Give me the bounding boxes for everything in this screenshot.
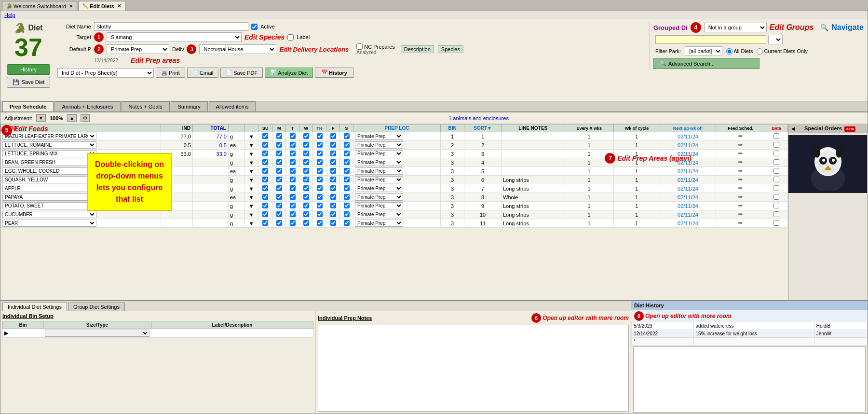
feed-sched-edit-icon[interactable]: ✏ [738, 159, 743, 165]
diet-type-select[interactable]: Ind Diet - Prep Sheet(s) [57, 68, 154, 78]
save-diet-button[interactable]: 💾 HistorySave Diet [7, 77, 50, 88]
history-button[interactable]: 📅 History [315, 68, 353, 78]
day-checkbox-su[interactable] [262, 177, 268, 182]
bin-size-select[interactable] [45, 330, 149, 337]
day-checkbox-m[interactable] [276, 177, 282, 182]
tab-welcome-switchboard[interactable]: 🐊 Welcome Switchboard ✕ [2, 1, 77, 11]
prep-loc-select[interactable]: Primate Prep [355, 220, 403, 227]
diet-name-input[interactable] [94, 22, 248, 31]
day-checkbox-f[interactable] [330, 211, 336, 217]
dropdown-icon-cell[interactable]: ▼ [244, 158, 258, 167]
beta-checkbox[interactable] [773, 133, 779, 139]
day-checkbox-f[interactable] [330, 194, 336, 200]
beta-checkbox[interactable] [773, 177, 779, 182]
day-checkbox-s[interactable] [344, 211, 350, 217]
day-checkbox-f[interactable] [330, 142, 336, 148]
prep-loc-select[interactable]: Primate Prep [355, 193, 403, 201]
day-checkbox-th[interactable] [317, 220, 323, 226]
day-checkbox-f[interactable] [330, 203, 336, 208]
day-checkbox-m[interactable] [276, 185, 282, 191]
dropdown-icon-cell[interactable]: ▼ [244, 202, 258, 210]
day-checkbox-th[interactable] [317, 151, 323, 156]
feed-sched-edit-icon[interactable]: ✏ [738, 168, 743, 174]
dropdown-icon-cell[interactable]: ▼ [244, 176, 258, 184]
day-checkbox-t[interactable] [290, 194, 296, 200]
filter-park-select[interactable]: [all parks] [685, 46, 722, 56]
current-diets-radio[interactable] [757, 48, 763, 55]
dropdown-icon-cell[interactable]: ▼ [244, 132, 258, 141]
day-checkbox-th[interactable] [317, 168, 323, 174]
day-checkbox-s[interactable] [344, 185, 350, 191]
prep-loc-select[interactable]: Primate Prep [355, 202, 403, 209]
food-select[interactable]: CUCUMBER [2, 211, 96, 218]
day-checkbox-m[interactable] [276, 159, 282, 165]
tab-edit-diets[interactable]: ✏️ Edit Diets ✕ [78, 1, 125, 11]
day-checkbox-th[interactable] [317, 142, 323, 148]
prep-loc-select[interactable]: Primate Prep [355, 159, 403, 166]
target-species-select[interactable]: Siamang [107, 32, 242, 42]
day-checkbox-w[interactable] [303, 142, 309, 148]
food-select[interactable]: BEAN, GREEN FRESH [2, 159, 96, 166]
adj-up-btn[interactable]: ▲ [67, 114, 77, 122]
day-checkbox-s[interactable] [344, 168, 350, 174]
day-checkbox-m[interactable] [276, 133, 282, 139]
tab-group-settings[interactable]: Group Diet Settings [68, 303, 125, 311]
day-checkbox-su[interactable] [262, 211, 268, 217]
day-checkbox-f[interactable] [330, 220, 336, 226]
dropdown-icon-cell[interactable]: ▼ [244, 210, 258, 219]
prep-loc-select[interactable]: Primate Prep [355, 167, 403, 175]
day-checkbox-s[interactable] [344, 220, 350, 226]
feed-sched-edit-icon[interactable]: ✏ [738, 185, 743, 191]
help-link[interactable]: Help [4, 12, 15, 18]
day-checkbox-w[interactable] [303, 159, 309, 165]
day-checkbox-w[interactable] [303, 185, 309, 191]
day-checkbox-t[interactable] [290, 177, 296, 182]
dropdown-icon-cell[interactable]: ▼ [244, 184, 258, 193]
beta-checkbox[interactable] [773, 159, 779, 165]
tab-prep-schedule[interactable]: Prep Schedule [2, 101, 54, 111]
prep-loc-select[interactable]: Primate Prep [355, 211, 403, 218]
label-checkbox[interactable] [287, 34, 294, 41]
day-checkbox-su[interactable] [262, 203, 268, 208]
day-checkbox-w[interactable] [303, 203, 309, 208]
analyze-diet-button[interactable]: 📊 Analyze Diet [265, 68, 313, 78]
day-checkbox-w[interactable] [303, 220, 309, 226]
feed-sched-edit-icon[interactable]: ✏ [738, 211, 743, 217]
day-checkbox-w[interactable] [303, 194, 309, 200]
beta-checkbox[interactable] [773, 211, 779, 217]
day-checkbox-m[interactable] [276, 194, 282, 200]
default-prep-select[interactable]: Primate Prep [107, 44, 169, 54]
food-select[interactable]: LETTUCE, ROMAINE [2, 141, 96, 149]
food-select[interactable]: POTATO, SWEET [2, 202, 96, 209]
day-checkbox-t[interactable] [290, 168, 296, 174]
tab-allowed-items[interactable]: Allowed items [209, 101, 256, 111]
current-diets-radio-label[interactable]: Current Diets Only [757, 48, 807, 55]
day-checkbox-f[interactable] [330, 168, 336, 174]
day-checkbox-su[interactable] [262, 151, 268, 156]
beta-checkbox[interactable] [773, 220, 779, 226]
tab-welcome-close[interactable]: ✕ [69, 3, 73, 9]
day-checkbox-th[interactable] [317, 159, 323, 165]
tab-edit-diets-close[interactable]: ✕ [117, 3, 121, 9]
dropdown-icon-cell[interactable]: ▼ [244, 193, 258, 202]
navigate-dropdown[interactable] [768, 35, 783, 44]
day-checkbox-th[interactable] [317, 177, 323, 182]
day-checkbox-m[interactable] [276, 168, 282, 174]
prep-loc-select[interactable]: Primate Prep [355, 150, 403, 157]
food-select[interactable]: LETTUCE, SPRING MIX [2, 150, 96, 157]
day-checkbox-w[interactable] [303, 211, 309, 217]
prep-loc-select[interactable]: Primate Prep [355, 176, 403, 183]
print-button[interactable]: 🖨️ Print [156, 68, 185, 78]
day-checkbox-m[interactable] [276, 220, 282, 226]
day-checkbox-s[interactable] [344, 203, 350, 208]
day-checkbox-th[interactable] [317, 203, 323, 208]
day-checkbox-th[interactable] [317, 194, 323, 200]
food-select[interactable]: MAZURI LEAF-EATER PRIMATE LARGE (5) [2, 133, 96, 140]
day-checkbox-s[interactable] [344, 133, 350, 139]
day-checkbox-m[interactable] [276, 211, 282, 217]
beta-checkbox[interactable] [773, 142, 779, 148]
feed-sched-edit-icon[interactable]: ✏ [738, 133, 743, 139]
history-new-row[interactable]: * [632, 338, 868, 345]
day-checkbox-m[interactable] [276, 142, 282, 148]
tab-notes-goals[interactable]: Notes + Goals [122, 101, 170, 111]
